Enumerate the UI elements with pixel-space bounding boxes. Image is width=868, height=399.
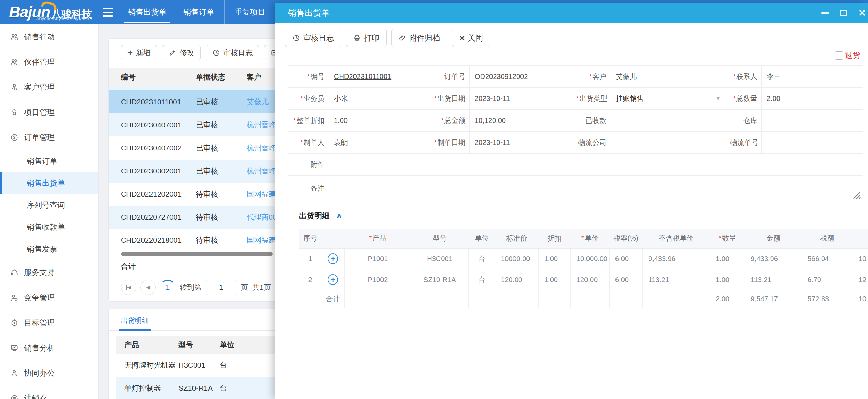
creator-field: 袁朗	[329, 132, 426, 154]
audit-log-button[interactable]: 审核日志	[206, 45, 259, 60]
total-qty-field: 2.00	[762, 88, 863, 110]
field-label: *联系人	[730, 66, 762, 88]
salesperson-field: 小米	[329, 88, 426, 110]
headset-icon	[10, 268, 19, 277]
compete-icon	[10, 293, 19, 302]
sidebar-item-sales-analysis[interactable]: 销售分析	[0, 335, 98, 361]
shipment-modal: 销售出货单 × 审核日志 打印 附件归档 × 关闭 退货 *编号	[275, 3, 868, 399]
detail-row: 2 + P1002 SZ10-R1A 台 120.00 1.00 120.00 …	[299, 269, 868, 290]
menu-icon[interactable]	[103, 0, 119, 24]
sidebar-item-target-mgmt[interactable]: 目标管理	[0, 310, 98, 335]
sidebar-item-partner-mgmt[interactable]: 伙伴管理	[0, 50, 98, 75]
maximize-button[interactable]	[838, 3, 848, 23]
tab-sales-order[interactable]: 销售订单	[173, 0, 224, 24]
sidebar-item-order-mgmt[interactable]: 订单管理	[0, 125, 98, 150]
close-button[interactable]: × 关闭	[452, 29, 490, 47]
sidebar-item-collaboration[interactable]: 协同办公	[0, 361, 98, 386]
add-button[interactable]: +新增	[121, 45, 157, 60]
modal-header: 销售出货单 ×	[275, 3, 868, 23]
minimize-icon	[821, 12, 829, 14]
chart-monitor-icon	[10, 343, 19, 353]
tab-sales-shipment[interactable]: 销售出货单	[122, 0, 173, 24]
sidebar-item-sales-shipment[interactable]: 销售出货单	[0, 172, 98, 194]
modal-toolbar: 审核日志 打印 附件归档 × 关闭	[275, 23, 868, 47]
field-label: *总金额	[426, 110, 470, 132]
add-line-icon[interactable]: +	[328, 274, 338, 285]
box-icon	[10, 394, 19, 399]
sidebar-item-sales-action[interactable]: 销售行动	[0, 24, 98, 50]
total-amount-field: 10,120.00	[470, 110, 576, 132]
field-label: 物流公司	[576, 132, 611, 154]
pencil-icon	[169, 49, 176, 57]
users-icon	[10, 32, 19, 42]
chevron-up-icon[interactable]: ∧	[336, 212, 342, 220]
sidebar-item-inventory[interactable]: 进销存	[0, 386, 98, 399]
goto-suffix: 页	[241, 282, 248, 292]
field-label: *业务员	[288, 88, 329, 110]
customer-link[interactable]: 艾薇儿	[247, 98, 269, 106]
order-id-link[interactable]: CHD20231011001	[334, 73, 391, 80]
tab-duplicate-project[interactable]: 重复项目	[224, 0, 276, 24]
col-id: 编号	[109, 72, 186, 82]
page-input[interactable]	[206, 280, 236, 295]
close-window-button[interactable]: ×	[856, 3, 868, 23]
product-cell: P1001	[345, 248, 411, 269]
field-label: 附件	[288, 154, 329, 176]
prev-page-button[interactable]: ◀	[140, 280, 156, 295]
field-label: *制单人	[288, 132, 329, 154]
logistics-company-field	[611, 132, 730, 154]
sidebar-item-sales-receipt[interactable]: 销售收款单	[0, 216, 98, 238]
sidebar: 销售行动 伙伴管理 客户管理 项目管理 订单管理 销售订单 销售出货单 序列号查…	[0, 24, 99, 399]
maximize-icon	[840, 10, 847, 16]
create-date-field: 2023-10-11	[470, 132, 576, 154]
ship-date-field: 2023-10-11	[470, 88, 576, 110]
sidebar-item-sales-order[interactable]: 销售订单	[0, 150, 98, 172]
ship-type-select[interactable]: 挂账销售▼	[611, 88, 730, 110]
horizontal-scrollbar[interactable]	[121, 252, 273, 256]
first-page-button[interactable]: ◀	[121, 280, 136, 295]
current-page[interactable]: 1	[160, 280, 175, 295]
shipment-detail-section-header: 出货明细 ∧	[299, 210, 868, 221]
modal-title: 销售出货单	[288, 7, 330, 19]
field-label: 备注	[288, 176, 329, 201]
attachment-field[interactable]	[329, 154, 863, 176]
sales-order-field: OD20230912002	[470, 66, 576, 88]
paperclip-icon	[399, 34, 406, 42]
sidebar-item-customer-mgmt[interactable]: 客户管理	[0, 75, 98, 100]
sidebar-item-serial-query[interactable]: 序列号查询	[0, 194, 98, 216]
field-label: *出货日期	[426, 88, 470, 110]
audit-log-button[interactable]: 审核日志	[285, 29, 341, 47]
sidebar-item-project-mgmt[interactable]: 项目管理	[0, 100, 98, 125]
col-status: 单据状态	[186, 72, 237, 82]
partners-icon	[10, 58, 19, 67]
sidebar-item-competition-mgmt[interactable]: 竞争管理	[0, 285, 98, 310]
detail-header-row: 序号 *产品 型号 单位 标准价 折扣 *单价 税率(%) 不含税单价 *数量 …	[299, 229, 868, 248]
detail-table-wrap: 序号 *产品 型号 单位 标准价 折扣 *单价 税率(%) 不含税单价 *数量 …	[299, 229, 868, 308]
add-line-icon[interactable]: +	[328, 253, 338, 264]
target-icon	[10, 318, 19, 327]
chevron-down-icon[interactable]: ▼	[715, 95, 721, 102]
shipment-form: *编号 CHD20231011001 订单号 OD20230912002 *客户…	[288, 65, 863, 201]
attachment-archive-button[interactable]: 附件归档	[391, 29, 447, 47]
col-product: 产品	[116, 340, 175, 350]
tab-shipment-detail[interactable]: 出货明细	[121, 316, 149, 330]
remark-field[interactable]	[329, 176, 863, 201]
sidebar-item-service-support[interactable]: 服务支持	[0, 260, 98, 285]
print-button[interactable]: 打印	[346, 29, 387, 47]
sidebar-item-sales-invoice[interactable]: 销售发票	[0, 238, 98, 260]
detail-row: 1 + P1001 H3C001 台 10000.00 1.00 10,000.…	[299, 248, 868, 269]
field-label: *制单日期	[426, 132, 470, 154]
resize-grip-icon[interactable]	[852, 192, 861, 199]
window-controls: ×	[820, 3, 868, 23]
minimize-button[interactable]	[820, 3, 830, 23]
field-label: *整单折扣	[288, 110, 329, 132]
close-icon: ×	[459, 34, 465, 43]
edit-button[interactable]: 修改	[162, 45, 201, 60]
detail-totals-row: 合计 2.00 9,547.17 572.83 10	[299, 290, 868, 308]
top-tabs: 销售出货单 销售订单 重复项目	[122, 0, 276, 24]
person-icon	[10, 369, 19, 378]
printer-icon	[353, 34, 361, 42]
app-logo: Bajun 八骏科技 Anyone,Anytime,Anywhere!	[0, 0, 99, 24]
return-checkbox[interactable]	[835, 51, 843, 60]
return-label[interactable]: 退货	[845, 50, 860, 61]
